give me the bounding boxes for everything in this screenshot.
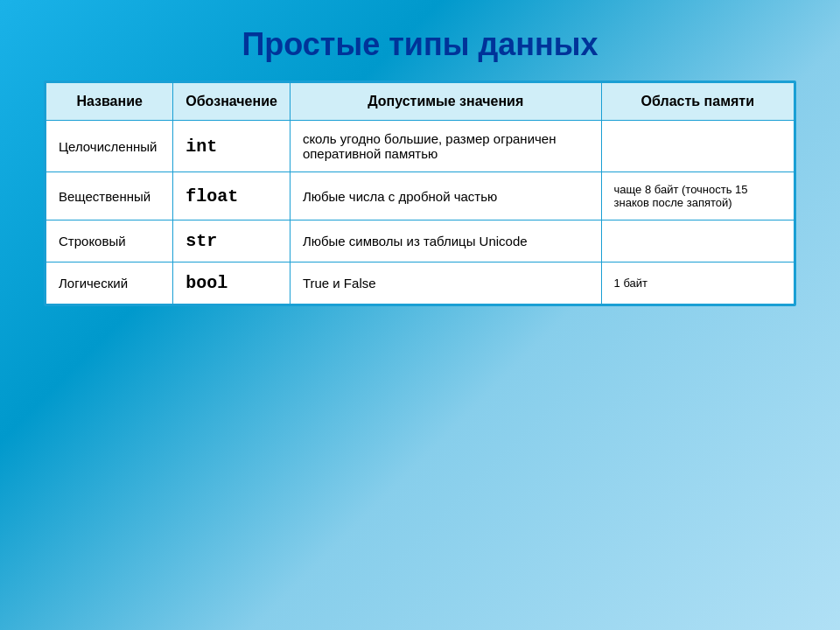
cell-values-0: сколь угодно большие, размер ограничен о… <box>290 121 601 172</box>
cell-memory-2 <box>601 220 794 262</box>
data-table: Название Обозначение Допустимые значения… <box>46 82 794 304</box>
page-title: Простые типы данных <box>242 26 598 63</box>
cell-name-0: Целочисленный <box>46 121 173 172</box>
cell-values-3: True и False <box>290 262 601 304</box>
col-header-name: Название <box>46 83 173 121</box>
col-header-values: Допустимые значения <box>290 83 601 121</box>
cell-memory-3: 1 байт <box>601 262 794 304</box>
cell-name-1: Вещественный <box>46 172 173 220</box>
table-row: СтроковыйstrЛюбые символы из таблицы Uni… <box>46 220 794 262</box>
table-row: ЛогическийboolTrue и False1 байт <box>46 262 794 304</box>
cell-notation-0: int <box>173 121 290 172</box>
cell-notation-1: float <box>173 172 290 220</box>
cell-memory-1: чаще 8 байт (точность 15 знаков после за… <box>601 172 794 220</box>
cell-memory-0 <box>601 121 794 172</box>
cell-name-3: Логический <box>46 262 173 304</box>
cell-name-2: Строковый <box>46 220 173 262</box>
table-row: ВещественныйfloatЛюбые числа с дробной ч… <box>46 172 794 220</box>
col-header-notation: Обозначение <box>173 83 290 121</box>
cell-values-2: Любые символы из таблицы Unicode <box>290 220 601 262</box>
cell-notation-2: str <box>173 220 290 262</box>
cell-values-1: Любые числа с дробной частью <box>290 172 601 220</box>
table-row: Целочисленныйintсколь угодно большие, ра… <box>46 121 794 172</box>
col-header-memory: Область памяти <box>601 83 794 121</box>
data-table-container: Название Обозначение Допустимые значения… <box>44 80 796 306</box>
table-header-row: Название Обозначение Допустимые значения… <box>46 83 794 121</box>
cell-notation-3: bool <box>173 262 290 304</box>
